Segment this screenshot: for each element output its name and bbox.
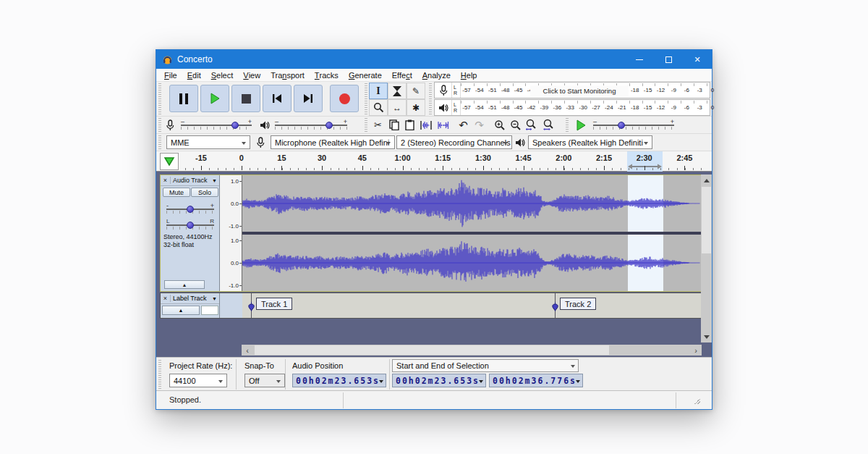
audio-host-select[interactable]: MME xyxy=(166,135,250,149)
playback-speed-slider[interactable]: –+ xyxy=(593,125,674,126)
skip-to-end-button[interactable] xyxy=(294,85,323,112)
timeshift-tool-button[interactable]: ↔ xyxy=(388,99,407,116)
toolbar-grip[interactable] xyxy=(429,83,432,115)
menu-edit[interactable]: Edit xyxy=(182,69,206,81)
selection-end-field[interactable]: 00h02m36.776s xyxy=(489,374,583,387)
toolbar-grip[interactable] xyxy=(158,135,161,150)
cut-button[interactable]: ✂ xyxy=(370,117,386,133)
fit-project-button[interactable] xyxy=(541,117,556,133)
scroll-up-button[interactable] xyxy=(701,175,712,186)
toolbar-grip[interactable] xyxy=(158,83,161,115)
track-area[interactable]: × Audio Track▼ Mute Solo - + L R Stereo,… xyxy=(156,172,712,357)
gain-thumb[interactable] xyxy=(187,206,194,213)
gain-slider[interactable]: - + xyxy=(166,209,214,210)
toolbar-grip[interactable] xyxy=(158,118,161,133)
label-text-box[interactable]: Track 1 xyxy=(256,298,292,310)
silence-audio-button[interactable] xyxy=(435,117,451,133)
scroll-left-button[interactable]: ‹ xyxy=(242,345,253,356)
maximize-button[interactable] xyxy=(654,50,683,69)
vertical-scrollbar-thumb[interactable] xyxy=(702,187,711,253)
multi-tool-button[interactable]: ✱ xyxy=(407,99,425,116)
start-monitoring-button[interactable]: Click to Start Monitoring xyxy=(530,85,629,96)
pan-slider[interactable]: L R xyxy=(166,224,214,226)
playback-meter[interactable]: LR -57-54-51-48-45-42-39-36-33-30-27-24-… xyxy=(434,99,710,116)
timeline-scale[interactable]: -1501530451:001:151:301:452:002:152:302:… xyxy=(178,151,713,172)
close-track-button[interactable]: × xyxy=(161,295,171,302)
menu-view[interactable]: View xyxy=(238,69,265,81)
vertical-scrollbar[interactable] xyxy=(701,175,712,342)
label-flag-icon[interactable] xyxy=(248,302,255,312)
zoom-tool-button[interactable] xyxy=(369,99,388,116)
toolbar-grip[interactable] xyxy=(365,83,367,115)
collapse-track-button[interactable]: ▲ xyxy=(164,280,205,289)
pause-button[interactable] xyxy=(169,85,198,112)
menu-file[interactable]: File xyxy=(159,69,182,81)
zoom-in-button[interactable] xyxy=(492,117,507,133)
track-menu-button[interactable]: Audio Track▼ xyxy=(171,177,219,184)
scroll-right-button[interactable]: › xyxy=(690,345,702,356)
draw-tool-button[interactable]: ✎ xyxy=(407,83,425,99)
audio-position-field[interactable]: 00h02m23.653s xyxy=(292,374,386,387)
playback-device-select[interactable]: Speakers (Realtek High Definiti xyxy=(528,135,652,149)
playback-speed-thumb[interactable] xyxy=(618,122,625,129)
project-rate-select[interactable]: 44100 xyxy=(169,374,227,387)
recording-volume-slider[interactable]: –+ xyxy=(181,125,252,126)
close-track-button[interactable]: × xyxy=(161,177,171,184)
horizontal-scrollbar-thumb[interactable] xyxy=(255,345,609,355)
selection-tool-button[interactable]: I xyxy=(369,83,388,99)
zoom-out-button[interactable] xyxy=(508,117,523,133)
label-text-box[interactable]: Track 2 xyxy=(560,298,596,310)
audio-track[interactable]: × Audio Track▼ Mute Solo - + L R Stereo,… xyxy=(160,175,701,292)
titlebar[interactable]: Concerto ✕ xyxy=(156,50,712,69)
playback-volume-slider[interactable]: –+ xyxy=(275,125,347,126)
waveform-channel-left[interactable] xyxy=(242,175,702,232)
resize-grip[interactable] xyxy=(693,397,700,404)
track-menu-button[interactable]: Label Track▼ xyxy=(171,295,219,302)
stop-button[interactable] xyxy=(231,85,260,112)
menu-analyze[interactable]: Analyze xyxy=(417,69,456,81)
collapse-track-button[interactable]: ▲ xyxy=(162,306,200,315)
recording-volume-thumb[interactable] xyxy=(231,122,239,129)
recording-meter[interactable]: LR -57-54-51-48-45-42-39-36-33-30-27-24-… xyxy=(434,82,710,98)
undo-button[interactable]: ↶ xyxy=(456,117,471,133)
menu-help[interactable]: Help xyxy=(456,69,482,81)
mute-button[interactable]: Mute xyxy=(163,188,190,197)
menu-transport[interactable]: Transport xyxy=(265,69,310,81)
label-flag-icon[interactable] xyxy=(552,302,558,312)
close-button[interactable]: ✕ xyxy=(683,50,712,69)
horizontal-scrollbar[interactable]: ‹ › xyxy=(242,345,702,356)
toolbar-grip[interactable] xyxy=(158,360,161,389)
label-track[interactable]: × Label Track▼ ▲ Track 1Track 2 xyxy=(160,293,701,319)
trim-audio-button[interactable] xyxy=(418,117,433,133)
paste-button[interactable] xyxy=(402,117,417,133)
toolbar-grip[interactable] xyxy=(365,118,367,133)
menu-select[interactable]: Select xyxy=(206,69,239,81)
recording-device-select[interactable]: Microphone (Realtek High Defini xyxy=(271,135,395,149)
audio-track-waveform-area[interactable] xyxy=(242,175,702,291)
play-at-speed-button[interactable] xyxy=(573,117,588,133)
playback-volume-thumb[interactable] xyxy=(326,122,333,129)
recording-channels-select[interactable]: 2 (Stereo) Recording Channels xyxy=(396,135,512,149)
redo-button[interactable]: ↷ xyxy=(472,117,487,133)
waveform-channel-right[interactable] xyxy=(242,235,702,291)
minimize-button[interactable] xyxy=(625,50,654,69)
copy-button[interactable] xyxy=(386,117,401,133)
selection-mode-select[interactable]: Start and End of Selection xyxy=(392,359,579,372)
menu-generate[interactable]: Generate xyxy=(344,69,387,81)
solo-button[interactable]: Solo xyxy=(191,188,218,197)
scroll-down-button[interactable] xyxy=(701,331,712,342)
envelope-tool-button[interactable] xyxy=(388,83,407,99)
toolbar-grip[interactable] xyxy=(566,118,569,133)
record-button[interactable] xyxy=(330,85,359,112)
vertical-ruler[interactable]: 1.00.0-1.01.00.0-1.0 xyxy=(220,175,242,291)
snap-to-select[interactable]: Off xyxy=(244,374,285,387)
pinned-play-head-button[interactable] xyxy=(160,153,179,170)
pan-thumb[interactable] xyxy=(187,222,194,229)
menu-effect[interactable]: Effect xyxy=(387,69,417,81)
label-track-content[interactable]: Track 1Track 2 xyxy=(242,293,702,318)
timeline-ruler[interactable]: -1501530451:001:151:301:452:002:152:302:… xyxy=(156,151,712,172)
skip-to-start-button[interactable] xyxy=(263,85,292,112)
selection-start-field[interactable]: 00h02m23.653s xyxy=(392,374,486,387)
play-button[interactable] xyxy=(200,85,229,112)
fit-selection-button[interactable] xyxy=(524,117,539,133)
